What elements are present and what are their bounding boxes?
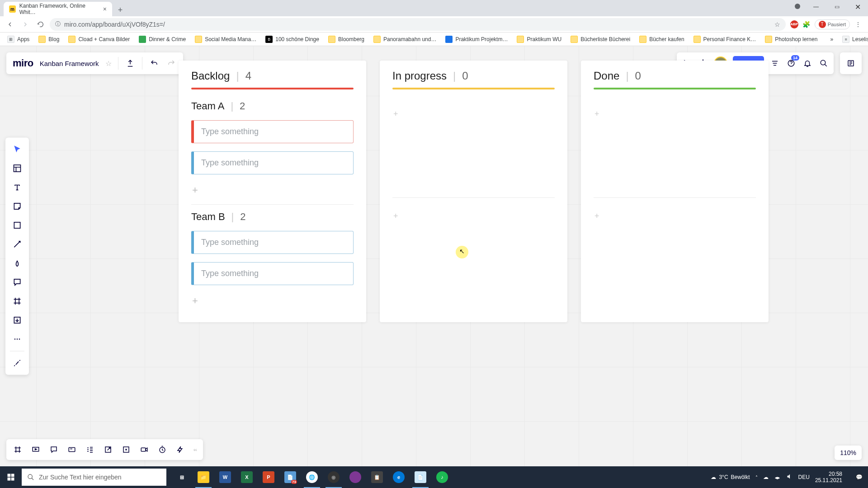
kanban-card[interactable]: Type something bbox=[191, 262, 354, 285]
add-card-button[interactable]: + bbox=[594, 109, 599, 119]
bookmark-item[interactable]: Praktikum WU bbox=[514, 35, 564, 44]
kanban-card[interactable]: Type something bbox=[191, 120, 354, 143]
bookmark-item[interactable]: Panoramabahn und… bbox=[371, 35, 439, 44]
volume-icon[interactable] bbox=[786, 473, 793, 481]
card-panel-icon[interactable] bbox=[64, 442, 80, 457]
activity-icon[interactable] bbox=[82, 442, 98, 457]
taskbar-app[interactable]: 📋 bbox=[366, 466, 388, 488]
taskbar-app-chrome[interactable]: 🌐 bbox=[301, 466, 323, 488]
kanban-board[interactable]: Backlog | 4 Team A | 2 Type something Ty… bbox=[179, 61, 769, 322]
kanban-column-in-progress[interactable]: In progress | 0 + + bbox=[380, 61, 567, 322]
miro-logo[interactable]: miro bbox=[13, 57, 33, 69]
taskbar-app-notepad[interactable]: 📄 bbox=[410, 466, 431, 488]
swimlane-title[interactable]: Team A bbox=[191, 100, 224, 112]
browser-tab[interactable]: m Kanban Framework, Online Whit… × bbox=[4, 2, 112, 16]
add-card-button[interactable]: + bbox=[393, 109, 398, 119]
add-card-button[interactable]: + bbox=[191, 293, 354, 309]
new-tab-button[interactable]: + bbox=[114, 4, 127, 16]
text-tool-icon[interactable] bbox=[8, 178, 26, 197]
taskbar-app-obs[interactable]: ◉ bbox=[323, 466, 344, 488]
tray-overflow-icon[interactable]: ˄ bbox=[755, 475, 758, 480]
comment-tool-icon[interactable] bbox=[8, 273, 26, 291]
add-card-button[interactable]: + bbox=[191, 183, 354, 198]
select-tool-icon[interactable] bbox=[8, 141, 26, 159]
collapse-toolbar-icon[interactable]: ‹‹ bbox=[191, 447, 199, 452]
bookmark-reading-list[interactable]: ≡Leseliste bbox=[840, 35, 868, 44]
present-icon[interactable] bbox=[28, 442, 43, 457]
reload-button[interactable] bbox=[34, 18, 47, 31]
task-view-icon[interactable]: ⊞ bbox=[171, 466, 193, 488]
sticky-note-tool-icon[interactable] bbox=[8, 197, 26, 216]
language-indicator[interactable]: DEU bbox=[798, 474, 810, 480]
redo-icon[interactable] bbox=[166, 58, 177, 69]
board-name[interactable]: Kanban Framework bbox=[40, 60, 99, 67]
chrome-menu-icon[interactable]: ⋮ bbox=[854, 20, 863, 29]
bookmark-item[interactable]: Praktikum Projektm… bbox=[443, 35, 510, 44]
minimize-button[interactable]: — bbox=[806, 0, 826, 14]
taskbar-app-edge[interactable]: e bbox=[388, 466, 410, 488]
undo-icon[interactable] bbox=[149, 58, 160, 69]
embed-icon[interactable] bbox=[118, 442, 134, 457]
frame-tool-icon[interactable] bbox=[8, 292, 26, 310]
timer-icon[interactable] bbox=[155, 442, 170, 457]
star-board-icon[interactable]: ☆ bbox=[105, 59, 112, 68]
taskbar-app-files[interactable]: 📄73 bbox=[279, 466, 301, 488]
settings-icon[interactable] bbox=[769, 58, 780, 69]
network-icon[interactable] bbox=[774, 473, 781, 481]
line-tool-icon[interactable] bbox=[8, 235, 26, 253]
bookmark-item[interactable]: Social Media Mana… bbox=[192, 35, 259, 44]
search-icon[interactable] bbox=[818, 58, 829, 69]
taskbar-app-excel[interactable]: X bbox=[236, 466, 258, 488]
column-title[interactable]: In progress bbox=[392, 70, 447, 82]
kanban-card[interactable]: Type something bbox=[191, 231, 354, 254]
taskbar-app-explorer[interactable]: 📁 bbox=[193, 466, 214, 488]
swimlane-title[interactable]: Team B bbox=[191, 211, 225, 223]
shape-tool-icon[interactable] bbox=[8, 216, 26, 235]
star-bookmark-icon[interactable]: ☆ bbox=[774, 21, 780, 28]
close-tab-icon[interactable]: × bbox=[103, 5, 107, 13]
back-button[interactable] bbox=[4, 18, 16, 31]
kanban-column-done[interactable]: Done | 0 + + bbox=[581, 61, 769, 322]
abp-extension-icon[interactable]: ABP bbox=[790, 20, 798, 28]
tab-overflow-icon[interactable] bbox=[795, 4, 800, 9]
start-button[interactable] bbox=[0, 466, 22, 488]
bookmark-item[interactable]: Bücher kaufen bbox=[637, 35, 687, 44]
forward-button[interactable] bbox=[19, 18, 32, 31]
notifications-icon[interactable] bbox=[802, 58, 813, 69]
bookmark-item[interactable]: Bücherliste Bücherei bbox=[568, 35, 633, 44]
ai-tool-icon[interactable] bbox=[8, 354, 26, 372]
miro-canvas[interactable]: miro Kanban Framework ☆ T Share 14 bbox=[0, 46, 868, 466]
profile-chip[interactable]: T Pausiert bbox=[815, 19, 850, 29]
upload-tool-icon[interactable] bbox=[8, 311, 26, 329]
bookmark-item[interactable]: Bloomberg bbox=[326, 35, 367, 44]
video-icon[interactable] bbox=[137, 442, 152, 457]
add-card-button[interactable]: + bbox=[594, 211, 599, 221]
bookmark-item[interactable]: B100 schöne Dinge bbox=[263, 35, 322, 44]
share-link-icon[interactable] bbox=[100, 442, 116, 457]
taskbar-app-spotify[interactable]: ♪ bbox=[431, 466, 453, 488]
onedrive-icon[interactable]: ☁ bbox=[763, 474, 769, 480]
comments-panel-icon[interactable] bbox=[46, 442, 61, 457]
kanban-column-backlog[interactable]: Backlog | 4 Team A | 2 Type something Ty… bbox=[179, 61, 366, 322]
templates-tool-icon[interactable] bbox=[8, 160, 26, 178]
maximize-button[interactable]: ▭ bbox=[826, 0, 847, 14]
zoom-level[interactable]: 110% bbox=[835, 446, 862, 460]
bookmarks-overflow-icon[interactable]: » bbox=[827, 36, 836, 42]
bookmark-item[interactable]: Photoshop lernen bbox=[762, 35, 820, 44]
column-title[interactable]: Backlog bbox=[191, 70, 230, 82]
weather-widget[interactable]: ☁ 3°C Bewölkt bbox=[711, 474, 750, 480]
bookmark-item[interactable]: Personal Finance K… bbox=[691, 35, 759, 44]
column-title[interactable]: Done bbox=[594, 70, 619, 82]
side-panel-icon[interactable] bbox=[840, 52, 862, 74]
bookmark-item[interactable]: Cload + Canva Bilder bbox=[66, 35, 132, 44]
pen-tool-icon[interactable] bbox=[8, 254, 26, 272]
taskbar-clock[interactable]: 20:58 25.11.2021 bbox=[815, 471, 847, 484]
url-input[interactable]: ⓘ miro.com/app/board/uXjVOf8yZ1s=/ ☆ bbox=[50, 18, 786, 31]
extensions-icon[interactable]: 🧩 bbox=[802, 20, 811, 29]
action-center-icon[interactable]: 💬 bbox=[852, 474, 866, 480]
bookmark-apps[interactable]: ⊞Apps bbox=[5, 35, 32, 44]
bookmark-item[interactable]: Dinner & Crime bbox=[136, 35, 189, 44]
close-window-button[interactable]: ✕ bbox=[847, 0, 868, 14]
add-card-button[interactable]: + bbox=[393, 211, 398, 221]
taskbar-search-input[interactable]: Zur Suche Text hier eingeben bbox=[22, 469, 166, 486]
